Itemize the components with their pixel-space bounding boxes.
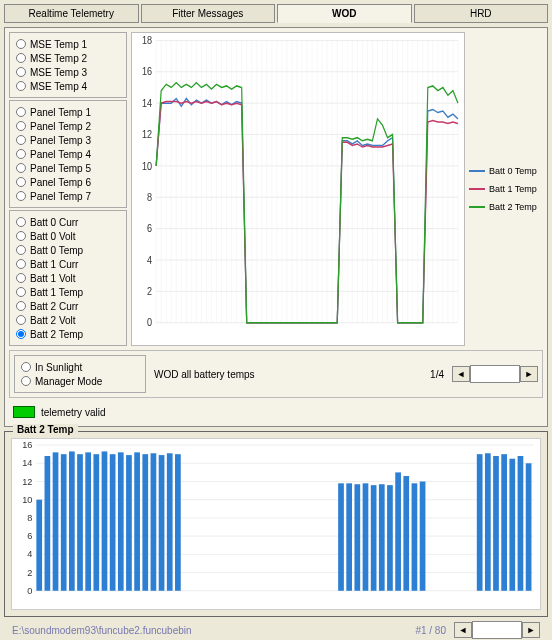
svg-text:14: 14: [142, 97, 152, 109]
svg-text:2: 2: [27, 568, 32, 578]
item-label: MSE Temp 4: [30, 81, 87, 92]
bottom-chart: 0246810121416: [11, 438, 541, 610]
list-item: Panel Temp 1: [16, 105, 120, 119]
svg-text:4: 4: [147, 254, 152, 266]
radio[interactable]: [16, 163, 26, 173]
radio[interactable]: [16, 231, 26, 241]
list-item: Manager Mode: [21, 374, 139, 388]
list-item: Panel Temp 6: [16, 175, 120, 189]
item-label: Batt 2 Volt: [30, 315, 76, 326]
footer-next-button[interactable]: ►: [522, 622, 540, 638]
wod-panel: MSE Temp 1MSE Temp 2MSE Temp 3MSE Temp 4…: [4, 27, 548, 427]
svg-rect-104: [77, 454, 83, 591]
list-item: Batt 2 Volt: [16, 313, 120, 327]
legend-swatch: [469, 188, 485, 190]
pager-next-button[interactable]: ►: [520, 366, 538, 382]
svg-rect-112: [142, 454, 148, 591]
svg-text:8: 8: [27, 513, 32, 523]
svg-rect-119: [354, 484, 360, 591]
svg-text:14: 14: [22, 458, 32, 468]
radio[interactable]: [16, 135, 26, 145]
radio[interactable]: [16, 245, 26, 255]
tab-wod[interactable]: WOD: [277, 4, 412, 23]
radio[interactable]: [16, 301, 26, 311]
list-item: MSE Temp 3: [16, 65, 120, 79]
radio[interactable]: [16, 217, 26, 227]
list-item: Batt 0 Curr: [16, 215, 120, 229]
svg-text:0: 0: [147, 317, 152, 329]
radio[interactable]: [16, 273, 26, 283]
radio[interactable]: [16, 149, 26, 159]
item-label: Panel Temp 4: [30, 149, 91, 160]
svg-rect-120: [363, 483, 369, 590]
svg-text:8: 8: [147, 191, 152, 203]
item-label: Batt 2 Curr: [30, 301, 78, 312]
group-batt: Batt 0 CurrBatt 0 VoltBatt 0 TempBatt 1 …: [9, 210, 127, 346]
list-item: Batt 0 Temp: [16, 243, 120, 257]
legend-swatch: [469, 206, 485, 208]
svg-text:10: 10: [22, 495, 32, 505]
list-item: Panel Temp 3: [16, 133, 120, 147]
tab-realtime[interactable]: Realtime Telemetry: [4, 4, 139, 23]
svg-text:12: 12: [22, 477, 32, 487]
svg-rect-100: [45, 456, 51, 591]
radio[interactable]: [16, 329, 26, 339]
list-item: Batt 2 Temp: [16, 327, 120, 341]
radio[interactable]: [16, 107, 26, 117]
list-item: Batt 1 Temp: [16, 285, 120, 299]
radio[interactable]: [21, 376, 31, 386]
list-item: Panel Temp 7: [16, 189, 120, 203]
radio[interactable]: [16, 53, 26, 63]
svg-text:6: 6: [27, 531, 32, 541]
radio[interactable]: [16, 191, 26, 201]
list-item: MSE Temp 1: [16, 37, 120, 51]
radio[interactable]: [16, 177, 26, 187]
svg-text:12: 12: [142, 128, 152, 140]
tab-hrd[interactable]: HRD: [414, 4, 549, 23]
radio[interactable]: [16, 287, 26, 297]
footer-prev-button[interactable]: ◄: [454, 622, 472, 638]
pager-label: 1/4: [430, 369, 444, 380]
radio[interactable]: [16, 315, 26, 325]
group-mse: MSE Temp 1MSE Temp 2MSE Temp 3MSE Temp 4: [9, 32, 127, 98]
svg-rect-122: [379, 484, 385, 591]
pager-prev-button[interactable]: ◄: [452, 366, 470, 382]
footer-track[interactable]: [472, 621, 522, 639]
item-label: Panel Temp 5: [30, 163, 91, 174]
item-label: In Sunlight: [35, 362, 82, 373]
pager-track[interactable]: [470, 365, 520, 383]
radio[interactable]: [16, 67, 26, 77]
list-item: Panel Temp 5: [16, 161, 120, 175]
tab-fitter[interactable]: Fitter Messages: [141, 4, 276, 23]
svg-rect-106: [93, 454, 99, 591]
checkbox-column: MSE Temp 1MSE Temp 2MSE Temp 3MSE Temp 4…: [9, 32, 127, 346]
item-label: MSE Temp 3: [30, 67, 87, 78]
svg-rect-111: [134, 452, 140, 590]
list-item: Panel Temp 2: [16, 119, 120, 133]
radio[interactable]: [16, 121, 26, 131]
item-label: Panel Temp 3: [30, 135, 91, 146]
radio[interactable]: [21, 362, 31, 372]
svg-rect-105: [85, 452, 91, 590]
bottom-chart-title: Batt 2 Temp: [13, 424, 78, 435]
item-label: Batt 1 Temp: [30, 287, 83, 298]
item-label: MSE Temp 2: [30, 53, 87, 64]
svg-text:6: 6: [147, 222, 152, 234]
chart-caption: WOD all battery temps: [154, 369, 422, 380]
item-label: Panel Temp 1: [30, 107, 91, 118]
footer-path: E:\soundmodem93\funcube2.funcubebin: [12, 625, 407, 636]
status-row: telemetry valid: [9, 402, 543, 422]
top-chart: 024681012141618: [131, 32, 465, 346]
item-label: Batt 2 Temp: [30, 329, 83, 340]
item-label: Panel Temp 7: [30, 191, 91, 202]
radio[interactable]: [16, 39, 26, 49]
svg-rect-117: [338, 483, 344, 590]
radio[interactable]: [16, 259, 26, 269]
item-label: Batt 0 Volt: [30, 231, 76, 242]
list-item: MSE Temp 4: [16, 79, 120, 93]
svg-rect-118: [346, 483, 352, 590]
svg-rect-103: [69, 451, 75, 590]
radio[interactable]: [16, 81, 26, 91]
svg-rect-102: [61, 454, 67, 591]
svg-rect-101: [53, 452, 59, 590]
